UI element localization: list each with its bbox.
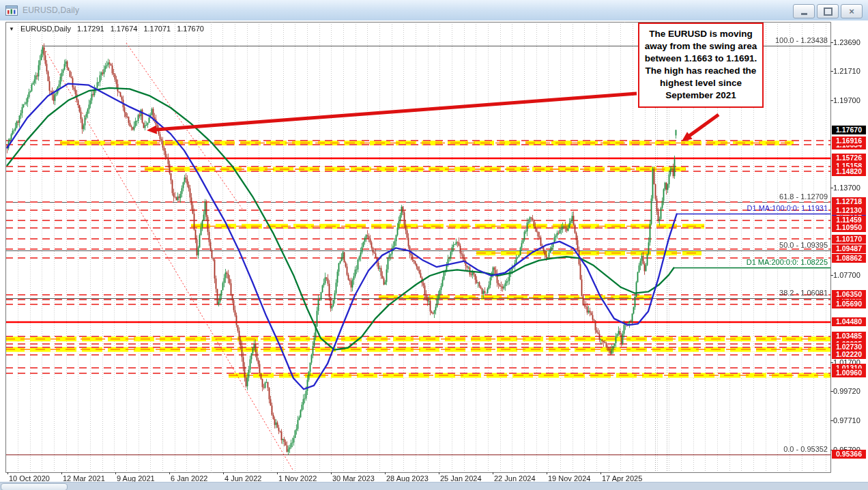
price-axis-label: 1.13700 xyxy=(833,184,860,192)
price-axis-label: 0.99720 xyxy=(833,387,860,395)
price-axis-label: 1.23690 xyxy=(833,38,860,46)
alert-price-tag: 1.04480 xyxy=(832,317,866,326)
alert-price-tag: 1.10950 xyxy=(832,223,866,232)
price-axis-label: 1.21710 xyxy=(833,67,860,75)
window-title: EURUSD,Daily xyxy=(23,5,79,15)
ma200-label: D1 MA:200:0:0: 1.08225 xyxy=(747,258,828,266)
legend-high: 1.17674 xyxy=(111,25,138,33)
current-price-tag: 1.17670 xyxy=(832,126,866,134)
restore-icon xyxy=(824,8,833,16)
close-icon: × xyxy=(849,7,854,16)
symbol-dropdown-icon[interactable]: ▼ xyxy=(9,26,14,32)
fib-level-label: 50.0 - 1.09395 xyxy=(779,241,828,249)
alert-price-tag: 0.95366 xyxy=(832,450,866,459)
alert-price-tag: 1.14820 xyxy=(832,167,866,176)
scrollbar-thumb[interactable] xyxy=(1,483,68,490)
chart-icon xyxy=(5,5,18,16)
legend-low: 1.17071 xyxy=(143,25,171,33)
price-axis-label: 1.19700 xyxy=(833,96,860,104)
alert-price-tag: 1.03485 xyxy=(832,332,866,341)
alert-price-tag: 1.12130 xyxy=(832,206,866,215)
annotation-text-box[interactable]: The EURUSD is moving away from the swing… xyxy=(638,23,764,108)
alert-price-tag: 1.09487 xyxy=(832,244,866,253)
legend-symbol: EURUSD,Daily xyxy=(20,25,71,33)
chart-client-area: ▼ EURUSD,Daily 1.17291 1.17674 1.17071 1… xyxy=(0,20,868,490)
fib-level-label: 61.8 - 1.12709 xyxy=(779,192,828,201)
restore-button[interactable] xyxy=(817,4,839,18)
titlebar[interactable]: EURUSD,Daily × xyxy=(0,0,868,21)
alert-price-tag: 1.08862 xyxy=(832,254,866,263)
fib-level-label: 100.0 - 1.23438 xyxy=(775,36,828,44)
close-button[interactable]: × xyxy=(841,4,863,18)
alert-price-tag: 1.10170 xyxy=(832,235,866,244)
alert-price-tag: 1.15726 xyxy=(832,154,866,162)
legend-close: 1.17670 xyxy=(177,25,204,33)
alert-price-tag: 1.16916 xyxy=(832,136,866,145)
legend-open: 1.17291 xyxy=(77,25,104,33)
alert-price-tag: 1.00960 xyxy=(832,369,866,377)
alert-price-tag: 1.06350 xyxy=(832,290,866,299)
alert-price-tag: 1.12718 xyxy=(832,197,866,206)
minimize-button[interactable] xyxy=(793,4,815,18)
alert-price-tag: 1.02220 xyxy=(832,350,866,359)
chart-window: EURUSD,Daily × ▼ EURUSD,Daily 1.17291 1.… xyxy=(0,0,868,490)
fib-level-label: 38.2 - 1.06081 xyxy=(779,289,828,297)
alert-price-tag: 1.05690 xyxy=(832,300,866,308)
fib-level-label: 0.0 - 0.95352 xyxy=(783,445,828,453)
price-axis-label: 1.07700 xyxy=(833,271,860,279)
minimize-icon xyxy=(801,13,807,15)
price-axis-label: 0.97710 xyxy=(833,416,860,424)
ma100-label: D1 MA:100:0:0: 1.11931 xyxy=(747,204,828,212)
horizontal-scrollbar[interactable] xyxy=(0,482,868,490)
chart-legend: ▼ EURUSD,Daily 1.17291 1.17674 1.17071 1… xyxy=(9,25,204,33)
